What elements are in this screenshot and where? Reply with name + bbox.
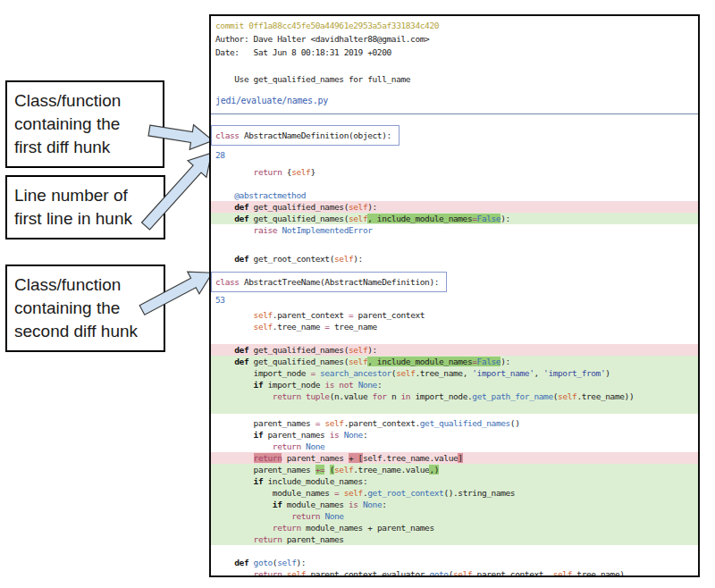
code-line: return parent_names (211, 533, 698, 545)
code-line: def get_qualified_names(self, include_mo… (211, 356, 698, 367)
callout-text: second diff hunk (14, 320, 156, 343)
code-line: def get_qualified_names(self): (211, 201, 698, 213)
callout-text: Line number of (14, 184, 156, 207)
callout-text: first diff hunk (14, 136, 156, 159)
code-line: if import_node is not None: (211, 379, 698, 391)
code-line: 53 (211, 294, 698, 306)
code-line (211, 236, 698, 248)
code-line: return self.parent_context.evaluator.got… (211, 568, 698, 577)
class-context-line: class AbstractNameDefinition(object): (211, 125, 698, 146)
code-line: self.parent_context = parent_context (211, 309, 698, 321)
commit-header-line: Use get_qualified_names for full_name (211, 72, 698, 86)
code-line: if include_module_names: (211, 475, 698, 487)
callout-text: containing the (14, 113, 156, 136)
code-line (211, 402, 698, 414)
commit-header: commit 0ff1a88cc45fe50a44961e2953a5af331… (211, 16, 698, 86)
screenshot-root: Class/functioncontaining thefirst diff h… (0, 0, 715, 588)
callout-text: Class/function (14, 273, 156, 297)
code-line: def get_root_context(self): (211, 253, 698, 265)
diff-code: class AbstractNameDefinition(object):28 … (211, 125, 698, 577)
commit-header-line: Date: Sat Jun 8 00:18:31 2019 +0200 (211, 46, 698, 59)
code-line: import_node = search_ancestor(self.tree_… (211, 367, 698, 379)
code-line: self.tree_name = tree_name (211, 321, 698, 332)
code-line: @abstractmethod (211, 189, 698, 201)
code-line: if module_names is None: (211, 499, 698, 510)
code-line: def get_qualified_names(self, include_mo… (211, 213, 698, 224)
code-line: return tuple(n.value for n in import_nod… (211, 391, 698, 402)
code-line (211, 545, 698, 557)
callout-text: first line in hunk (14, 207, 156, 231)
code-line: 28 (211, 149, 698, 161)
file-path-header: jedi/evaluate/names.py (211, 95, 698, 114)
commit-header-line: Author: Dave Halter <davidhalter88@gmail… (211, 32, 698, 46)
callout-first-hunk-class: Class/functioncontaining thefirst diff h… (5, 80, 164, 168)
code-line: raise NotImplementedError (211, 224, 698, 236)
code-line: if parent_names is None: (211, 429, 698, 441)
code-line: return None (211, 510, 698, 522)
code-line: parent_names += (self.tree_name.value,) (211, 464, 698, 475)
commit-header-line (211, 59, 698, 72)
code-line: parent_names = self.parent_context.get_q… (211, 417, 698, 429)
commit-header-line: commit 0ff1a88cc45fe50a44961e2953a5af331… (211, 19, 698, 32)
code-line (211, 332, 698, 344)
code-line: def goto(self): (211, 557, 698, 568)
code-line (211, 178, 698, 189)
class-context-box: class AbstractTreeName(AbstractNameDefin… (211, 272, 447, 292)
code-line: return parent_names + [self.tree_name.va… (211, 452, 698, 464)
diff-panel[interactable]: commit 0ff1a88cc45fe50a44961e2953a5af331… (209, 14, 700, 577)
class-context-box: class AbstractNameDefinition(object): (211, 125, 400, 146)
callout-hunk-line-number: Line number offirst line in hunk (5, 175, 165, 239)
code-line: return None (211, 441, 698, 452)
callout-text: containing the (14, 297, 156, 320)
callout-text: Class/function (14, 89, 156, 113)
code-line: module_names = self.get_root_context().s… (211, 487, 698, 499)
code-line: return {self} (211, 166, 698, 178)
code-line: return module_names + parent_names (211, 522, 698, 533)
class-context-line: class AbstractTreeName(AbstractNameDefin… (211, 272, 698, 292)
code-line: def get_qualified_names(self): (211, 344, 698, 356)
